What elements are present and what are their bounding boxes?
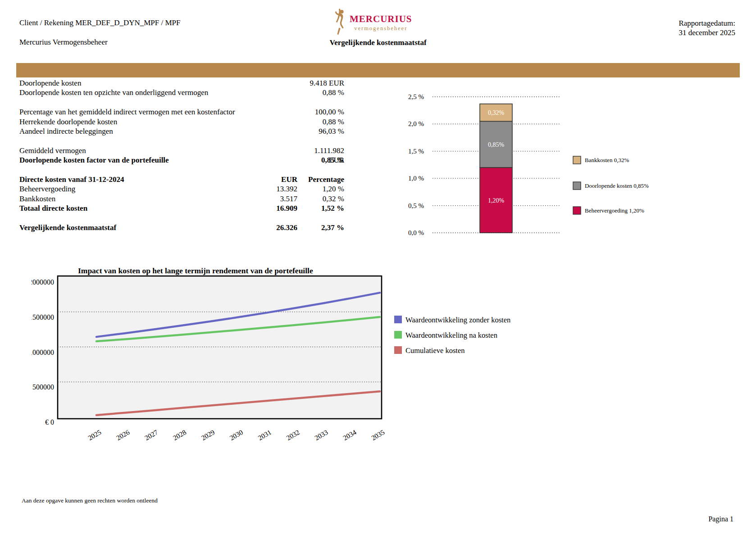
row-pct: 0,32 % — [297, 194, 344, 204]
line-xtick-label: 2026 — [115, 428, 131, 442]
report-date-label: Rapportagedatum: — [679, 18, 735, 28]
cost-table-spacer — [19, 213, 344, 222]
line-xtick-label: 2027 — [143, 428, 159, 442]
cost-stacked-bar-chart: 0,0 %0,5 %1,0 %1,5 %2,0 %2,5 %1,20%0,85%… — [378, 86, 649, 241]
line-xtick-label: 2028 — [172, 428, 188, 442]
bar-ytick-label: 1,5 % — [408, 148, 424, 155]
logo-subtitle: vermogensbeheer — [354, 25, 407, 32]
row-eur: EUR — [239, 175, 297, 184]
line-xtick-label: 2033 — [313, 428, 329, 442]
row-eur: 13.392 — [239, 184, 297, 194]
cost-table-spacer — [19, 165, 344, 175]
cost-table: Doorlopende kosten9.418 EURDoorlopende k… — [19, 78, 344, 232]
bar-ytick-label: 0,0 % — [408, 229, 424, 236]
line-xtick-label: 2030 — [228, 428, 245, 442]
line-legend-swatch — [394, 331, 402, 339]
bar-legend-swatch — [573, 182, 581, 190]
row-label: Directe kosten vanaf 31-12-2024 — [19, 175, 239, 184]
line-xtick-label: 2035 — [370, 428, 386, 442]
row-label: Beheervergoeding — [19, 184, 239, 194]
report-date-block: Rapportagedatum: 31 december 2025 — [679, 18, 735, 37]
line-chart-title: Impact van kosten op het lange termijn r… — [78, 266, 313, 275]
line-ytick-label: € 500000 — [32, 383, 54, 391]
line-legend-label: Waardeontwikkeling na kosten — [405, 331, 497, 339]
row-pct: 9.418 EUR — [297, 78, 344, 88]
cost-table-row: Bankkosten3.5170,32 % — [19, 194, 344, 204]
bar-ytick-label: 0,5 % — [408, 202, 424, 209]
line-xtick-label: 2032 — [285, 428, 301, 442]
report-title: Vergelijkende kostenmaatstaf — [310, 38, 446, 47]
row-eur — [239, 78, 297, 88]
line-ytick-label: € 1500000 — [32, 313, 54, 321]
line-xtick-label: 2025 — [87, 428, 103, 442]
row-pct: 2,37 % — [297, 223, 344, 232]
cost-table-row: Herrekende doorlopende kosten0,88 % — [19, 117, 344, 127]
bar-legend-label: Doorlopende kosten 0,85% — [585, 182, 649, 189]
row-label: Doorlopende kosten ten opzichte van onde… — [19, 88, 239, 97]
report-date-value: 31 december 2025 — [679, 28, 735, 37]
row-label: Percentage van het gemiddeld indirect ve… — [19, 107, 239, 117]
bar-segment-label: 1,20% — [488, 197, 505, 204]
row-label: Herrekende doorlopende kosten — [19, 117, 239, 127]
row-eur — [239, 127, 297, 136]
cost-table-spacer — [19, 136, 344, 145]
cost-table-row: Beheervergoeding13.3921,20 % — [19, 184, 344, 194]
bar-legend-swatch — [573, 207, 581, 214]
line-ytick-label: € 0 — [45, 418, 54, 426]
row-eur — [239, 107, 297, 117]
bar-segment-label: 0,85% — [488, 141, 505, 148]
disclaimer-text: Aan deze opgave kunnen geen rechten word… — [22, 497, 158, 504]
bar-legend-label: Beheervergoeding 1,20% — [585, 207, 644, 214]
row-label: Aandeel indirecte beleggingen — [19, 127, 239, 136]
cost-table-row: Directe kosten vanaf 31-12-2024EURPercen… — [19, 175, 344, 184]
cost-table-row: Aandeel indirecte beleggingen96,03 % — [19, 127, 344, 136]
row-label: Gemiddeld vermogen — [19, 146, 239, 155]
line-plot-area — [58, 276, 382, 419]
row-label: Totaal directe kosten — [19, 204, 239, 213]
row-pct: 100,00 % — [297, 107, 344, 117]
row-pct: 1,52 % — [297, 204, 344, 213]
row-pct: 0,85 % — [297, 155, 344, 165]
row-pct: 0,88 % — [297, 88, 344, 97]
row-eur — [239, 117, 297, 127]
cost-table-row: Doorlopende kosten9.418 EUR — [19, 78, 344, 88]
cost-table-spacer — [19, 98, 344, 107]
row-pct: 0,88 % — [297, 117, 344, 127]
row-eur — [239, 155, 297, 165]
row-label: Bankkosten — [19, 194, 239, 204]
firm-name: Mercurius Vermogensbeheer — [19, 38, 108, 47]
row-eur: 26.326 — [239, 223, 297, 232]
row-label: Vergelijkende kostenmaatstaf — [19, 223, 239, 232]
cost-table-row: Percentage van het gemiddeld indirect ve… — [19, 107, 344, 117]
cost-table-row: Totaal directe kosten16.9091,52 % — [19, 204, 344, 213]
mercury-figure-icon — [334, 8, 348, 36]
row-label: Doorlopende kosten factor van de portefe… — [19, 155, 239, 165]
row-eur — [239, 88, 297, 97]
line-xtick-label: 2031 — [257, 428, 273, 442]
bar-ytick-label: 2,0 % — [408, 120, 424, 127]
cost-table-row: Vergelijkende kostenmaatstaf26.3262,37 % — [19, 223, 344, 232]
line-legend-label: Waardeontwikkeling zonder kosten — [405, 316, 510, 324]
cost-table-row: Doorlopende kosten ten opzichte van onde… — [19, 88, 344, 97]
line-xtick-label: 2034 — [342, 428, 358, 442]
row-pct: 1,20 % — [297, 184, 344, 194]
bar-ytick-label: 2,5 % — [408, 93, 424, 100]
line-legend-swatch — [394, 346, 402, 354]
bar-segment-label: 0,32% — [488, 109, 505, 116]
line-legend-swatch — [394, 316, 402, 323]
mercurius-logo: MERCURIUS vermogensbeheer — [334, 8, 433, 36]
row-pct: Percentage — [297, 175, 344, 184]
row-eur — [239, 146, 297, 155]
row-eur: 16.909 — [239, 204, 297, 213]
client-account-line: Client / Rekening MER_DEF_D_DYN_MPF / MP… — [19, 18, 181, 27]
cost-impact-line-chart: Impact van kosten op het lange termijn r… — [32, 245, 532, 457]
bar-legend-label: Bankkosten 0,32% — [585, 157, 629, 163]
bar-ytick-label: 1,0 % — [408, 175, 424, 182]
row-pct: 1.111.982 EUR — [297, 146, 344, 155]
page-number: Pagina 1 — [708, 515, 733, 523]
report-page: Client / Rekening MER_DEF_D_DYN_MPF / MP… — [0, 0, 756, 534]
line-ytick-label: € 2000000 — [32, 278, 54, 286]
section-band — [16, 63, 740, 77]
row-eur: 3.517 — [239, 194, 297, 204]
line-ytick-label: € 1000000 — [32, 348, 54, 356]
